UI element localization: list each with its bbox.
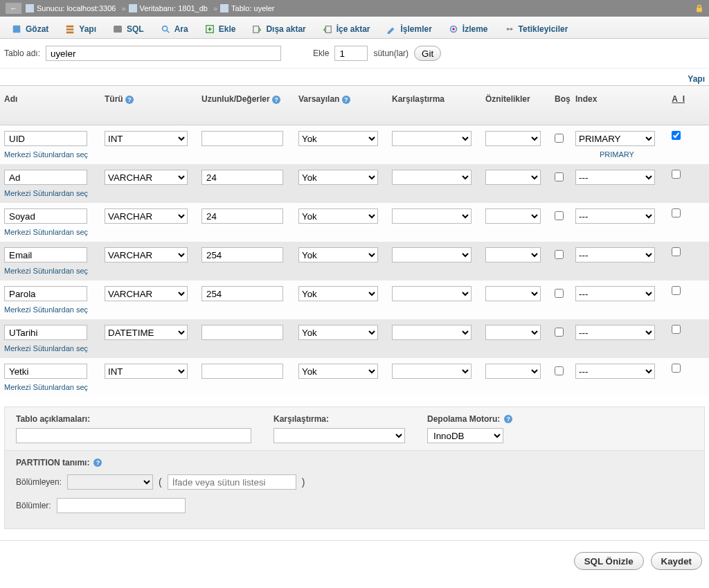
add-cols-input[interactable] <box>334 46 368 61</box>
partition-expr-input[interactable] <box>168 474 296 490</box>
comments-input[interactable] <box>16 428 251 443</box>
field-name-input[interactable] <box>4 247 87 262</box>
field-name-input[interactable] <box>4 325 87 340</box>
field-type-select[interactable]: VARCHAR <box>105 208 188 224</box>
field-collation-select[interactable] <box>392 208 472 224</box>
field-index-select[interactable]: --- <box>575 286 655 301</box>
pick-central-link[interactable]: Merkezi Sütunlardan seç <box>4 344 98 353</box>
collation-select[interactable] <box>273 428 405 443</box>
tab-export[interactable]: Dışa aktar <box>244 19 313 38</box>
pick-central-link[interactable]: Merkezi Sütunlardan seç <box>4 189 98 197</box>
tab-browse[interactable]: Gözat <box>4 19 56 38</box>
field-type-select[interactable]: VARCHAR <box>105 170 188 185</box>
field-null-checkbox[interactable] <box>555 172 564 181</box>
field-type-select[interactable]: VARCHAR <box>105 247 188 262</box>
help-icon[interactable]: ? <box>504 415 512 423</box>
tab-tracking[interactable]: İzleme <box>441 19 496 38</box>
field-index-select[interactable]: --- <box>575 170 655 185</box>
tab-insert[interactable]: Ekle <box>197 19 244 38</box>
field-ai-checkbox[interactable] <box>672 247 681 256</box>
field-name-input[interactable] <box>4 286 87 301</box>
tab-import[interactable]: İçe aktar <box>315 19 378 38</box>
go-button[interactable]: Git <box>414 46 441 61</box>
field-length-input[interactable] <box>201 286 283 301</box>
field-index-select[interactable]: --- <box>575 325 655 340</box>
pick-central-link[interactable]: Merkezi Sütunlardan seç <box>4 305 98 314</box>
tab-triggers[interactable]: Tetikleyiciler <box>497 19 576 38</box>
field-type-select[interactable]: VARCHAR <box>105 286 188 301</box>
pick-central-link[interactable]: Merkezi Sütunlardan seç <box>4 150 98 159</box>
breadcrumb-server[interactable]: Sunucu: localhost:3306 <box>26 4 116 12</box>
field-null-checkbox[interactable] <box>555 366 564 375</box>
field-default-select[interactable]: Yok <box>298 364 378 379</box>
field-default-select[interactable]: Yok <box>298 131 378 146</box>
field-ai-checkbox[interactable] <box>672 208 681 217</box>
field-attr-select[interactable] <box>485 247 541 262</box>
field-attr-select[interactable] <box>485 131 541 146</box>
sections-input[interactable] <box>57 498 186 513</box>
help-icon[interactable]: ? <box>125 96 134 104</box>
field-collation-select[interactable] <box>392 325 472 340</box>
field-name-input[interactable] <box>4 364 87 379</box>
field-collation-select[interactable] <box>392 247 472 262</box>
field-index-select[interactable]: PRIMARY <box>575 131 655 146</box>
breadcrumb-db[interactable]: Veritabanı: 1801_db <box>129 4 208 12</box>
pick-central-link[interactable]: Merkezi Sütunlardan seç <box>4 267 98 275</box>
field-attr-select[interactable] <box>485 364 541 379</box>
help-icon[interactable]: ? <box>93 458 102 467</box>
help-icon[interactable]: ? <box>272 96 280 104</box>
field-null-checkbox[interactable] <box>555 134 564 143</box>
tab-operations[interactable]: İşlemler <box>379 19 439 38</box>
field-length-input[interactable] <box>201 247 283 262</box>
field-length-input[interactable] <box>201 170 283 185</box>
field-ai-checkbox[interactable] <box>672 325 681 334</box>
sql-preview-button[interactable]: SQL Önizle <box>574 552 644 570</box>
tab-structure[interactable]: Yapı <box>57 19 104 38</box>
field-attr-select[interactable] <box>485 208 541 224</box>
field-type-select[interactable]: DATETIME <box>105 325 188 340</box>
tablename-input[interactable] <box>46 46 281 61</box>
field-type-select[interactable]: INT <box>105 131 188 146</box>
field-name-input[interactable] <box>4 170 87 185</box>
field-null-checkbox[interactable] <box>555 250 564 259</box>
pick-central-link[interactable]: Merkezi Sütunlardan seç <box>4 228 98 236</box>
field-attr-select[interactable] <box>485 325 541 340</box>
tab-sql[interactable]: SQL <box>105 19 152 38</box>
field-default-select[interactable]: Yok <box>298 170 378 185</box>
field-collation-select[interactable] <box>392 131 472 146</box>
field-length-input[interactable] <box>201 364 283 379</box>
help-icon[interactable]: ? <box>342 96 350 104</box>
field-index-select[interactable]: --- <box>575 364 655 379</box>
back-button[interactable]: ← <box>6 3 21 14</box>
field-name-input[interactable] <box>4 131 87 146</box>
field-null-checkbox[interactable] <box>555 211 564 220</box>
field-collation-select[interactable] <box>392 170 472 185</box>
field-type-select[interactable]: INT <box>105 364 188 379</box>
field-name-input[interactable] <box>4 208 87 224</box>
field-index-select[interactable]: --- <box>575 208 655 224</box>
field-attr-select[interactable] <box>485 170 541 185</box>
field-default-select[interactable]: Yok <box>298 208 378 224</box>
field-attr-select[interactable] <box>485 286 541 301</box>
save-button[interactable]: Kaydet <box>651 552 702 570</box>
pick-central-link[interactable]: Merkezi Sütunlardan seç <box>4 383 98 391</box>
field-length-input[interactable] <box>201 131 283 146</box>
field-default-select[interactable]: Yok <box>298 325 378 340</box>
field-default-select[interactable]: Yok <box>298 286 378 301</box>
field-ai-checkbox[interactable] <box>672 364 681 373</box>
engine-select[interactable]: InnoDB <box>427 428 503 443</box>
field-ai-checkbox[interactable] <box>672 286 681 295</box>
field-null-checkbox[interactable] <box>555 328 564 337</box>
partition-by-select[interactable] <box>67 474 153 490</box>
field-null-checkbox[interactable] <box>555 289 564 298</box>
field-ai-checkbox[interactable] <box>672 170 681 179</box>
field-length-input[interactable] <box>201 325 283 340</box>
field-default-select[interactable]: Yok <box>298 247 378 262</box>
breadcrumb-table[interactable]: Tablo: uyeler <box>220 4 274 12</box>
field-collation-select[interactable] <box>392 364 472 379</box>
structure-right-label[interactable]: Yapı <box>0 69 709 85</box>
field-index-select[interactable]: --- <box>575 247 655 262</box>
field-length-input[interactable] <box>201 208 283 224</box>
field-collation-select[interactable] <box>392 286 472 301</box>
tab-search[interactable]: Ara <box>153 19 196 38</box>
